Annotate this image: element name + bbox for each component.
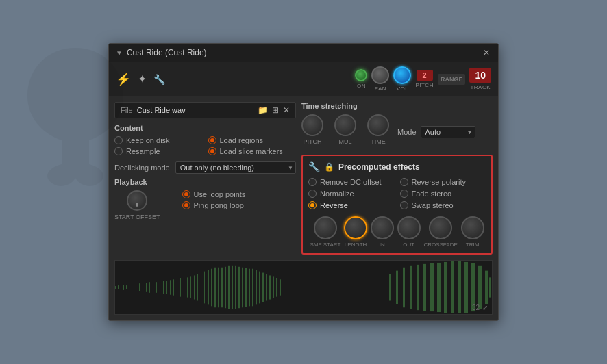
label-reverse: Reverse bbox=[320, 201, 348, 209]
effect-reverse-polarity[interactable]: Reverse polarity bbox=[400, 178, 486, 186]
radio-label-resample: Resample bbox=[126, 147, 160, 155]
radio-swap-stereo bbox=[400, 201, 408, 209]
start-offset-knob[interactable] bbox=[127, 190, 147, 211]
titlebar-controls: — ✕ bbox=[465, 48, 491, 57]
lightning-icon[interactable]: ⚡ bbox=[116, 72, 131, 87]
svg-rect-20 bbox=[177, 278, 177, 296]
time-knob-item[interactable]: TIME bbox=[367, 114, 389, 145]
effect-fade-stereo[interactable]: Fade stereo bbox=[400, 190, 486, 198]
svg-rect-17 bbox=[166, 281, 167, 294]
track-indicator[interactable]: 10 TRACK bbox=[469, 68, 491, 90]
radio-resample[interactable]: Resample bbox=[114, 147, 203, 155]
radio-dot-slice bbox=[208, 147, 216, 155]
svg-rect-43 bbox=[256, 270, 257, 305]
declicking-select[interactable]: Out only (no bleeding) bbox=[175, 161, 296, 174]
svg-rect-61 bbox=[458, 261, 461, 313]
out-knob-item[interactable]: OUT bbox=[397, 216, 421, 248]
smp-start-knob-item[interactable]: SMP START bbox=[310, 216, 340, 248]
toolbar: ⚡ ✦ 🔧 ON PAN VOL 2 PITCH bbox=[109, 62, 498, 96]
on-led bbox=[355, 69, 367, 81]
copy-icon[interactable]: ⊞ bbox=[272, 105, 279, 115]
out-label: OUT bbox=[403, 242, 414, 248]
range-indicator: RANGE bbox=[438, 74, 466, 85]
pan-knob bbox=[371, 66, 389, 84]
svg-rect-3 bbox=[121, 285, 121, 290]
label-fade-stereo: Fade stereo bbox=[412, 190, 452, 198]
graph-icon[interactable]: ✦ bbox=[138, 73, 147, 86]
radio-label-slice: Load slice markers bbox=[220, 147, 283, 155]
folder-icon[interactable]: 📁 bbox=[258, 105, 268, 115]
in-knob-item[interactable]: IN bbox=[371, 216, 394, 248]
effect-normalize[interactable]: Normalize bbox=[308, 190, 395, 198]
effect-remove-dc[interactable]: Remove DC offset bbox=[308, 178, 395, 186]
svg-rect-29 bbox=[208, 270, 209, 305]
range-badge: RANGE bbox=[438, 74, 466, 85]
svg-rect-10 bbox=[143, 283, 143, 291]
vol-knob-group[interactable]: VOL bbox=[393, 66, 411, 92]
radio-ping-pong[interactable]: Ping pong loop bbox=[182, 201, 246, 209]
radio-remove-dc bbox=[308, 178, 317, 186]
on-indicator[interactable]: ON bbox=[355, 69, 367, 89]
minimize-button[interactable]: — bbox=[465, 48, 476, 57]
svg-rect-49 bbox=[276, 278, 277, 296]
svg-rect-31 bbox=[214, 268, 216, 308]
effect-reverse[interactable]: Reverse bbox=[308, 201, 395, 209]
svg-rect-18 bbox=[170, 280, 171, 294]
smp-start-label: SMP START bbox=[310, 242, 340, 248]
toolbar-right: ON PAN VOL 2 PITCH RANGE 10 bbox=[355, 66, 491, 92]
toolbar-left: ⚡ ✦ 🔧 bbox=[116, 72, 165, 87]
radio-reverse-polarity bbox=[400, 178, 408, 186]
svg-rect-55 bbox=[417, 265, 419, 310]
svg-rect-58 bbox=[437, 263, 441, 312]
file-close-icon[interactable]: ✕ bbox=[283, 105, 290, 115]
mode-select[interactable]: Auto bbox=[421, 126, 475, 138]
in-knob bbox=[371, 216, 394, 239]
svg-rect-47 bbox=[269, 275, 271, 299]
svg-rect-4 bbox=[123, 285, 124, 290]
length-knob-item[interactable]: LENGTH bbox=[344, 216, 367, 248]
pitch-indicator[interactable]: 2 PITCH bbox=[415, 70, 434, 88]
effects-grid: Remove DC offset Normalize Reverse bbox=[308, 178, 486, 209]
svg-rect-48 bbox=[273, 276, 274, 298]
svg-rect-14 bbox=[156, 282, 157, 293]
wrench-icon[interactable]: 🔧 bbox=[153, 74, 165, 85]
svg-rect-19 bbox=[173, 279, 174, 295]
mul-knob-item[interactable]: MUL bbox=[334, 114, 356, 145]
effect-swap-stereo[interactable]: Swap stereo bbox=[400, 201, 486, 209]
title-arrow-icon: ▼ bbox=[116, 49, 123, 57]
close-button[interactable]: ✕ bbox=[482, 48, 491, 57]
svg-rect-5 bbox=[126, 285, 127, 289]
svg-rect-65 bbox=[485, 271, 488, 304]
svg-rect-41 bbox=[249, 269, 250, 307]
svg-rect-33 bbox=[221, 268, 223, 308]
window-title: Cust Ride (Cust Ride) bbox=[127, 48, 207, 57]
label-normalize: Normalize bbox=[320, 190, 354, 198]
vol-label: VOL bbox=[397, 86, 409, 92]
effects-right-col: Reverse polarity Fade stereo Swap stereo bbox=[400, 178, 486, 209]
content-radio-group: Keep on disk Load regions Resample Load … bbox=[114, 136, 296, 155]
bit-depth: 32 bbox=[472, 304, 480, 311]
radio-use-loop[interactable]: Use loop points bbox=[182, 190, 246, 198]
radio-keep-on-disk[interactable]: Keep on disk bbox=[114, 136, 203, 144]
svg-rect-45 bbox=[262, 273, 264, 302]
svg-rect-9 bbox=[139, 283, 140, 291]
svg-rect-6 bbox=[129, 284, 129, 291]
radio-load-regions[interactable]: Load regions bbox=[208, 136, 297, 144]
trim-knob-item[interactable]: TRIM bbox=[461, 216, 484, 248]
crossfade-label: CROSSFADE bbox=[423, 242, 457, 248]
pitch-ts-label: PITCH bbox=[304, 138, 322, 145]
pan-knob-group[interactable]: PAN bbox=[371, 66, 389, 92]
waveform-info: 32 ⤢ bbox=[472, 304, 488, 311]
crossfade-knob-item[interactable]: CROSSFADE bbox=[423, 216, 457, 248]
file-label: File bbox=[121, 106, 133, 114]
label-reverse-polarity: Reverse polarity bbox=[412, 178, 466, 186]
svg-rect-21 bbox=[180, 278, 181, 296]
file-name: Cust Ride.wav bbox=[137, 106, 186, 114]
svg-rect-26 bbox=[197, 274, 198, 301]
svg-rect-15 bbox=[160, 281, 160, 294]
radio-label-regions: Load regions bbox=[220, 136, 264, 144]
radio-load-slice[interactable]: Load slice markers bbox=[208, 147, 297, 155]
file-actions: 📁 ⊞ ✕ bbox=[258, 105, 290, 115]
svg-rect-53 bbox=[403, 268, 405, 308]
pitch-knob-item[interactable]: PITCH bbox=[301, 114, 323, 145]
